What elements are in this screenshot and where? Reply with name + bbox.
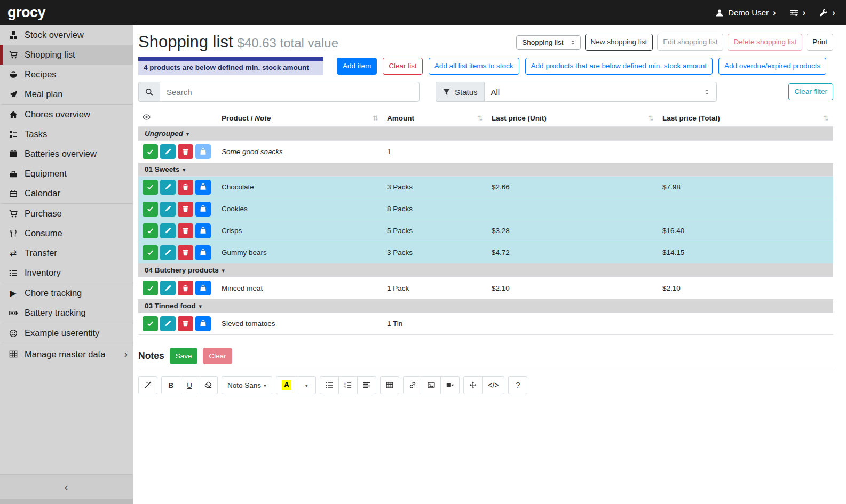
print-button[interactable]: Print <box>807 34 833 51</box>
new-shopping-list-button[interactable]: New shopping list <box>585 34 653 51</box>
add-to-stock-button[interactable] <box>195 144 211 159</box>
sidebar-item-example-userentity[interactable]: Example userentity <box>0 323 133 343</box>
app-logo[interactable]: grocy <box>7 4 45 21</box>
sidebar-item-chore-tracking[interactable]: ▶Chore tracking <box>0 283 133 303</box>
add-overdue-button[interactable]: Add overdue/expired products <box>718 58 826 75</box>
sidebar-collapse-button[interactable]: ‹ <box>0 474 133 499</box>
sidebar-item-purchase[interactable]: Purchase <box>0 204 133 223</box>
sidebar-item-stock-overview[interactable]: Stock overview <box>0 25 133 45</box>
admin-menu[interactable]: › <box>819 8 835 17</box>
delete-shopping-list-button[interactable]: Delete shopping list <box>728 34 802 51</box>
color-a-icon: A <box>282 380 291 390</box>
done-button[interactable] <box>143 144 158 159</box>
edit-item-button[interactable] <box>160 180 176 195</box>
sidebar-item-shopping-list[interactable]: Shopping list <box>0 45 133 65</box>
edit-item-button[interactable] <box>160 316 176 331</box>
add-to-stock-button[interactable] <box>195 245 211 260</box>
add-to-stock-button[interactable] <box>195 202 211 217</box>
done-button[interactable] <box>143 180 158 195</box>
done-button[interactable] <box>143 245 158 260</box>
unordered-list-button[interactable] <box>320 376 339 394</box>
product-group-header[interactable]: Ungrouped ▾ <box>145 130 189 138</box>
underline-button[interactable]: U <box>180 376 199 394</box>
paragraph-style-button[interactable] <box>357 376 376 394</box>
edit-item-button[interactable] <box>160 223 176 238</box>
column-header-last-price-total[interactable]: Last price (Total)⇅ <box>658 109 833 127</box>
toggle-done-rows-button[interactable] <box>138 109 217 127</box>
fullscreen-button[interactable] <box>463 376 483 394</box>
edit-item-button[interactable] <box>160 245 176 260</box>
select-arrows-icon <box>570 39 576 45</box>
sidebar-item-battery-tracking[interactable]: Battery tracking <box>0 303 133 323</box>
ordered-list-button[interactable]: 123 <box>338 376 358 394</box>
font-family-select[interactable]: Noto Sans▾ <box>222 376 272 394</box>
edit-item-button[interactable] <box>160 144 176 159</box>
add-to-stock-button[interactable] <box>195 223 211 238</box>
add-to-stock-button[interactable] <box>195 281 211 295</box>
done-button[interactable] <box>143 202 158 217</box>
sidebar-item-inventory[interactable]: Inventory <box>0 263 133 283</box>
sidebar-item-transfer[interactable]: ⇄Transfer <box>0 243 133 263</box>
sidebar-item-consume[interactable]: Consume <box>0 223 133 243</box>
sidebar-item-manage-master-data[interactable]: Manage master data› <box>0 343 133 365</box>
add-to-stock-button[interactable] <box>195 316 211 331</box>
code-view-button[interactable]: </> <box>482 376 504 394</box>
sidebar-item-chores-overview[interactable]: Chores overview <box>0 105 133 124</box>
insert-video-button[interactable] <box>440 376 460 394</box>
search-input[interactable] <box>160 82 420 102</box>
last-price-unit <box>487 313 658 334</box>
sidebar-item-equipment[interactable]: Equipment <box>0 164 133 183</box>
done-button[interactable] <box>143 223 158 238</box>
add-to-stock-button[interactable] <box>195 180 211 195</box>
product-group-header[interactable]: 04 Butchery products ▾ <box>145 266 225 274</box>
clear-formatting-button[interactable] <box>199 376 218 394</box>
sidebar-item-tasks[interactable]: Tasks <box>0 124 133 144</box>
column-header-product[interactable]: Product / Note⇅ <box>217 109 383 127</box>
sidebar-item-calendar[interactable]: Calendar <box>0 183 133 204</box>
insert-link-button[interactable] <box>403 376 422 394</box>
edit-item-button[interactable] <box>160 281 176 295</box>
add-below-min-stock-button[interactable]: Add products that are below defined min.… <box>525 58 713 75</box>
delete-item-button[interactable] <box>178 281 193 295</box>
edit-shopping-list-button[interactable]: Edit shopping list <box>657 34 723 51</box>
notes-save-button[interactable]: Save <box>170 348 198 365</box>
column-header-last-price-unit[interactable]: Last price (Unit)⇅ <box>487 109 658 127</box>
product-group-header[interactable]: 03 Tinned food ▾ <box>145 302 202 310</box>
delete-item-button[interactable] <box>178 245 193 260</box>
clear-list-button[interactable]: Clear list <box>383 58 423 75</box>
delete-item-button[interactable] <box>178 144 193 159</box>
sidebar-item-meal-plan[interactable]: Meal plan <box>0 84 133 105</box>
sidebar-item-batteries-overview[interactable]: Batteries overview <box>0 144 133 164</box>
magic-style-button[interactable] <box>138 376 157 394</box>
notes-editor-area[interactable] <box>138 394 833 499</box>
delete-item-button[interactable] <box>178 223 193 238</box>
edit-item-button[interactable] <box>160 202 176 217</box>
add-all-to-stock-button[interactable]: Add all list items to stock <box>429 58 519 75</box>
clear-filter-button[interactable]: Clear filter <box>788 83 833 100</box>
notes-clear-button[interactable]: Clear <box>203 348 232 365</box>
shopping-bag-icon <box>200 148 207 155</box>
sort-icon: ⇅ <box>477 114 483 122</box>
user-menu[interactable]: Demo User › <box>715 8 776 17</box>
delete-item-button[interactable] <box>178 316 193 331</box>
delete-item-button[interactable] <box>178 180 193 195</box>
text-color-button[interactable]: A <box>276 376 297 394</box>
column-header-amount[interactable]: Amount⇅ <box>383 109 487 127</box>
done-button[interactable] <box>143 316 158 331</box>
help-button[interactable]: ? <box>508 376 527 394</box>
sidebar-item-label: Meal plan <box>25 89 63 99</box>
sidebar-item-recipes[interactable]: Recipes <box>0 65 133 84</box>
pencil-icon <box>164 183 171 190</box>
text-color-dropdown[interactable]: ▾ <box>297 376 316 394</box>
product-group-header[interactable]: 01 Sweets ▾ <box>145 165 186 173</box>
insert-picture-button[interactable] <box>422 376 441 394</box>
shopping-list-select[interactable]: Shopping list <box>516 35 580 50</box>
min-stock-ribbon-text: 4 products are below defined min. stock … <box>138 61 323 75</box>
done-button[interactable] <box>143 281 158 295</box>
insert-table-button[interactable] <box>380 376 399 394</box>
add-item-button[interactable]: Add item <box>337 58 377 75</box>
display-settings-menu[interactable]: › <box>790 8 806 17</box>
status-filter-select[interactable]: All <box>484 82 717 102</box>
bold-button[interactable]: B <box>161 376 180 394</box>
delete-item-button[interactable] <box>178 202 193 217</box>
